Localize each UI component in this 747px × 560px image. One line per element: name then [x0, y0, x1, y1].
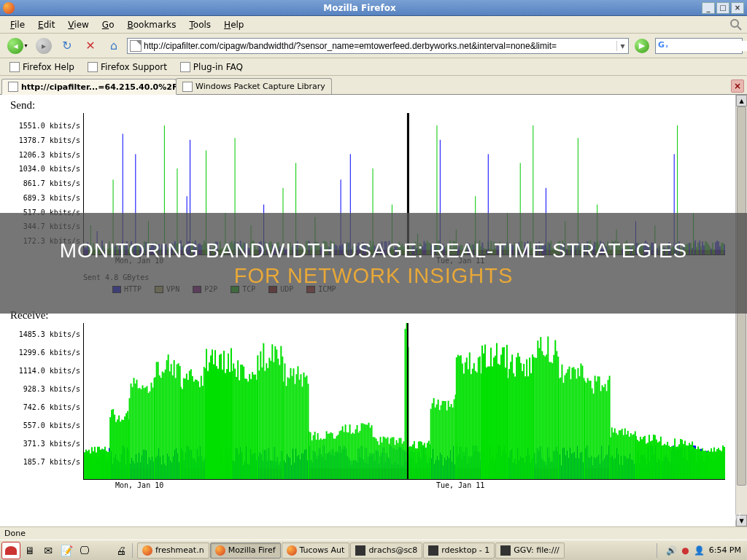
menu-edit[interactable]: Edit: [32, 18, 61, 31]
svg-rect-1318: [640, 437, 641, 479]
svg-rect-1271: [573, 367, 574, 479]
svg-rect-951: [117, 419, 118, 479]
svg-rect-1164: [421, 442, 422, 479]
bookmark-firefox-help[interactable]: Firefox Help: [4, 60, 80, 74]
svg-rect-997: [182, 389, 183, 479]
svg-rect-1157: [411, 446, 412, 479]
task-button[interactable]: rdesktop - 1: [423, 542, 495, 559]
svg-rect-1173: [433, 398, 435, 479]
ql-editor[interactable]: 📝: [58, 542, 75, 559]
url-input[interactable]: [144, 39, 616, 53]
svg-rect-1327: [653, 435, 654, 479]
svg-rect-1225: [507, 378, 508, 479]
ql-email[interactable]: ✉: [39, 542, 57, 559]
firefox-icon: [142, 545, 152, 556]
tab-close-button[interactable]: ×: [731, 79, 744, 93]
svg-rect-1253: [547, 336, 549, 479]
svg-rect-1285: [593, 394, 595, 479]
throbber-icon: [729, 18, 743, 31]
task-button[interactable]: Tucows Aut: [282, 542, 350, 559]
bookmark-firefox-support[interactable]: Firefox Support: [82, 60, 172, 74]
search-input[interactable]: [671, 41, 747, 51]
ql-firefox[interactable]: [94, 542, 112, 559]
svg-rect-1103: [333, 438, 335, 479]
task-button[interactable]: drachs@sc8: [350, 542, 422, 559]
task-button[interactable]: GGV: file:///: [495, 542, 564, 559]
svg-rect-1247: [538, 348, 540, 479]
svg-rect-1043: [247, 381, 249, 479]
back-button[interactable]: ◂▾: [4, 36, 31, 56]
svg-rect-1016: [209, 362, 210, 479]
svg-rect-1337: [667, 442, 668, 479]
bookmark-plugin-faq[interactable]: Plug-in FAQ: [175, 60, 248, 74]
task-button[interactable]: freshmeat.n: [137, 542, 209, 559]
svg-rect-1220: [500, 355, 502, 479]
minimize-button[interactable]: _: [702, 2, 715, 14]
svg-rect-940: [101, 448, 103, 479]
menu-view[interactable]: View: [62, 18, 94, 31]
ql-desktop[interactable]: 🖵: [76, 542, 93, 559]
window-title: Mozilla Firefox: [18, 3, 702, 13]
svg-rect-942: [104, 447, 106, 479]
svg-rect-1207: [481, 346, 483, 479]
svg-rect-957: [125, 413, 127, 479]
svg-rect-1195: [465, 362, 466, 479]
svg-rect-1106: [338, 435, 339, 479]
start-button[interactable]: [1, 542, 20, 559]
svg-rect-1015: [207, 371, 209, 479]
menu-bookmarks[interactable]: Bookmarks: [121, 18, 182, 31]
svg-rect-979: [156, 362, 158, 479]
svg-rect-1161: [417, 448, 418, 479]
svg-rect-1130: [373, 437, 374, 479]
ql-terminal[interactable]: 🖥: [21, 542, 39, 559]
tray-volume-icon[interactable]: 🔊: [666, 545, 677, 556]
svg-rect-1326: [651, 440, 653, 479]
reload-button[interactable]: ↻: [57, 36, 77, 56]
home-button[interactable]: ⌂: [104, 36, 124, 56]
svg-rect-1041: [244, 378, 246, 479]
svg-rect-987: [168, 354, 169, 479]
svg-rect-1003: [190, 369, 192, 479]
menu-go[interactable]: Go: [96, 18, 120, 31]
svg-rect-956: [124, 416, 125, 479]
forward-button[interactable]: ▸: [34, 36, 54, 56]
svg-rect-971: [145, 387, 147, 479]
menu-tools[interactable]: Tools: [184, 18, 217, 31]
search-bar[interactable]: G⸴: [655, 38, 743, 54]
svg-rect-1234: [520, 363, 522, 479]
svg-rect-1181: [445, 401, 446, 479]
menu-file[interactable]: File: [4, 18, 31, 31]
svg-rect-1098: [326, 431, 328, 479]
svg-rect-1352: [689, 443, 690, 479]
tab-winpcap[interactable]: Windows Packet Capture Library: [176, 78, 332, 94]
stop-button[interactable]: ✕: [80, 36, 101, 56]
svg-rect-994: [178, 363, 179, 479]
svg-rect-1122: [361, 423, 363, 479]
svg-rect-1291: [602, 385, 603, 479]
tab-cipafilter[interactable]: http://cipafilter...=64.215.40.0%2F24: [1, 79, 177, 95]
svg-rect-1069: [284, 363, 285, 479]
url-bar[interactable]: ▾: [127, 38, 629, 54]
svg-line-1: [738, 26, 741, 30]
svg-rect-1018: [212, 349, 213, 479]
go-button[interactable]: ▶: [635, 39, 649, 53]
svg-rect-1239: [527, 376, 529, 479]
maximize-button[interactable]: □: [716, 2, 729, 14]
ql-print[interactable]: 🖨: [112, 542, 130, 559]
url-dropdown-icon[interactable]: ▾: [616, 41, 628, 51]
svg-rect-1280: [586, 383, 587, 479]
svg-rect-1371: [716, 449, 718, 479]
menu-help[interactable]: Help: [218, 18, 249, 31]
svg-rect-1230: [514, 376, 516, 479]
close-window-button[interactable]: ×: [731, 2, 744, 14]
task-button[interactable]: Mozilla Firef: [210, 542, 281, 559]
svg-rect-1283: [590, 381, 592, 479]
svg-rect-1200: [472, 369, 473, 479]
tray-alert-icon[interactable]: ●: [681, 545, 689, 556]
scroll-up-icon[interactable]: ▲: [736, 95, 747, 106]
svg-rect-1089: [313, 435, 314, 479]
svg-rect-1255: [550, 362, 551, 479]
svg-rect-1008: [198, 381, 199, 479]
svg-rect-1100: [329, 433, 330, 479]
tray-user-icon[interactable]: 👤: [694, 545, 705, 556]
